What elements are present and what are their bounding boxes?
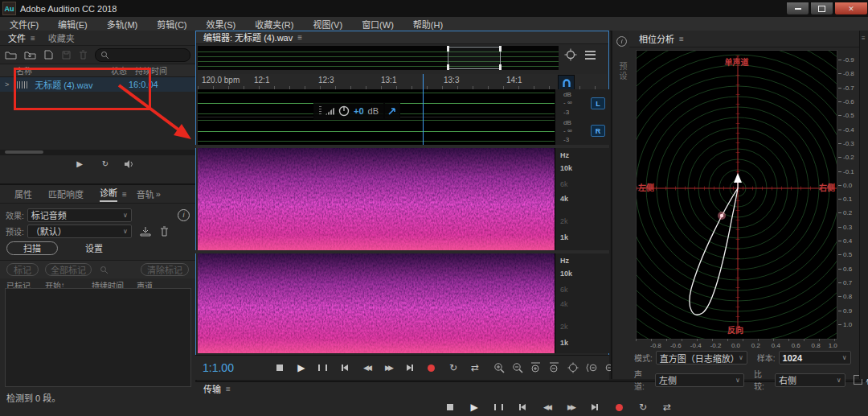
skip-to-start-button[interactable] [338, 362, 352, 373]
compare-select[interactable]: 右侧 ∨ [775, 373, 845, 387]
editor-panel-menu-icon[interactable]: ≡ [297, 33, 302, 42]
phase-panel-title[interactable]: 相位分析 [639, 32, 674, 45]
zoom-full-button[interactable] [567, 362, 579, 374]
skip-selection-button[interactable]: ⇄ [468, 362, 482, 373]
skip-selection-button[interactable]: ⇄ [660, 402, 674, 413]
fast-forward-button[interactable]: ▶▶ [381, 362, 395, 373]
samples-select[interactable]: 1024 ∨ [779, 351, 851, 365]
save-preset-icon[interactable] [140, 226, 152, 237]
zoom-in-time-button[interactable] [493, 362, 506, 374]
pause-button[interactable] [316, 362, 330, 373]
mode-select[interactable]: 直方图（日志缩放） ∨ [656, 351, 747, 365]
stop-button[interactable] [272, 362, 287, 373]
scrollbar-thumb[interactable] [5, 150, 43, 154]
tab-overflow-icon[interactable]: » [156, 189, 161, 199]
time-ruler[interactable]: 120.0 bpm 12:1 12:3 13:1 13:3 14:1 [198, 74, 607, 90]
zoom-out-time-button[interactable] [512, 362, 524, 374]
gain-value[interactable]: +0 [354, 106, 364, 116]
info-icon[interactable]: i [178, 209, 190, 221]
menu-file[interactable]: 文件(F) [0, 18, 48, 31]
hud-pin-button[interactable] [384, 102, 400, 120]
restore-button[interactable] [810, 2, 833, 15]
close-icon: ✕ [848, 5, 854, 13]
editor-title[interactable]: 编辑器: 无标题 (4).wav [203, 31, 293, 43]
skip-to-end-button[interactable] [403, 362, 417, 373]
zoom-in-amplitude-button[interactable] [530, 362, 542, 374]
record-button[interactable] [424, 362, 439, 373]
phase-scope[interactable]: 单声道 左侧 右侧 反向 [636, 50, 837, 340]
rewind-button[interactable]: ◀◀ [359, 362, 374, 373]
playhead[interactable] [423, 74, 424, 145]
loop-playback-button[interactable]: ↻ [636, 402, 650, 413]
chevron-down-icon: ∨ [732, 377, 740, 384]
expand-chevron-icon[interactable]: > [5, 80, 9, 89]
phase-panel-menu-icon[interactable]: ≡ [679, 35, 684, 43]
files-panel-menu-icon[interactable]: ≡ [31, 34, 35, 43]
hud-drag-handle[interactable] [319, 106, 321, 116]
scan-button[interactable]: 扫描 [6, 241, 58, 255]
spectral-display-top[interactable] [198, 148, 555, 250]
menu-favorites[interactable]: 收藏夹(R) [245, 18, 303, 31]
pause-button[interactable] [491, 402, 506, 413]
overview-selection[interactable] [448, 47, 501, 69]
compare-label: 比较: [754, 368, 772, 392]
new-file-icon[interactable] [43, 50, 54, 60]
gain-hud[interactable]: +0 dB [313, 102, 384, 120]
play-button[interactable]: ▶ [294, 362, 309, 373]
gain-knob-icon[interactable] [338, 105, 350, 117]
transport-panel-title[interactable]: 传输 [203, 382, 221, 395]
menu-multitrack[interactable]: 多轨(M) [97, 18, 148, 31]
collapsed-preset-tab[interactable]: 预设 [616, 62, 628, 81]
loop-playback-button[interactable]: ↻ [446, 362, 461, 373]
menu-view[interactable]: 视图(V) [303, 18, 352, 31]
close-button[interactable]: ✕ [834, 2, 868, 15]
spectral-display-bottom[interactable] [198, 253, 555, 353]
info-strip-icon[interactable]: i [616, 36, 627, 47]
zoom-selection-in-button[interactable] [586, 362, 598, 374]
menu-edit[interactable]: 编辑(E) [48, 18, 97, 31]
tab-favorites[interactable]: 收藏夹 [48, 31, 75, 44]
tab-diagnostics[interactable]: 诊断 [100, 186, 117, 202]
delete-preset-icon[interactable] [160, 226, 169, 237]
diagnostics-panel-menu-icon[interactable]: ≡ [122, 190, 127, 199]
auto-play-speaker-icon[interactable] [124, 159, 135, 169]
files-loop-button[interactable]: ↻ [98, 159, 113, 170]
tab-more[interactable]: 音轨 [137, 187, 154, 200]
tab-match-loudness[interactable]: 匹配响度 [48, 187, 84, 200]
stop-button[interactable] [443, 402, 457, 413]
snap-toggle[interactable] [558, 75, 575, 90]
fast-forward-button[interactable]: ▶▶ [563, 402, 578, 413]
freq-label: 2k [560, 217, 568, 225]
files-play-button[interactable]: ▶ [72, 159, 87, 170]
edge-panel-menu-icon[interactable]: ≡ [862, 35, 868, 42]
open-folder-icon[interactable] [5, 50, 17, 60]
skip-to-end-button[interactable] [588, 402, 602, 413]
skip-to-start-button[interactable] [515, 402, 530, 413]
navigate-zoom-icon[interactable] [564, 48, 579, 63]
effect-select[interactable]: 标记音频 ∨ [27, 208, 132, 222]
preset-select[interactable]: （默认） ∨ [27, 224, 132, 238]
settings-button[interactable]: 设置 [69, 242, 119, 254]
menu-effects[interactable]: 效果(S) [197, 18, 246, 31]
play-button[interactable]: ▶ [467, 402, 481, 413]
overview-bar[interactable] [198, 46, 559, 70]
tab-properties[interactable]: 属性 [14, 187, 32, 200]
files-search-box[interactable] [95, 48, 190, 62]
import-file-icon[interactable] [24, 50, 36, 60]
menu-help[interactable]: 帮助(H) [403, 18, 452, 31]
zoom-out-amplitude-button[interactable] [549, 362, 561, 374]
tab-files[interactable]: 文件 [8, 31, 26, 44]
menu-clip[interactable]: 剪辑(C) [147, 18, 196, 31]
markers-list[interactable] [5, 288, 191, 387]
channel-select[interactable]: 左侧 ∨ [655, 373, 744, 387]
time-display[interactable]: 1:1.00 [203, 361, 234, 374]
minimize-button[interactable] [786, 2, 809, 15]
display-options-icon[interactable] [585, 51, 596, 60]
transport-panel-menu-icon[interactable]: ≡ [226, 385, 231, 393]
rewind-button[interactable]: ◀◀ [539, 402, 554, 413]
right-channel-button[interactable]: R [591, 125, 605, 137]
compare-value: 右侧 [779, 373, 796, 386]
record-button[interactable] [612, 402, 626, 413]
left-channel-button[interactable]: L [591, 97, 605, 109]
menu-window[interactable]: 窗口(W) [352, 18, 403, 31]
